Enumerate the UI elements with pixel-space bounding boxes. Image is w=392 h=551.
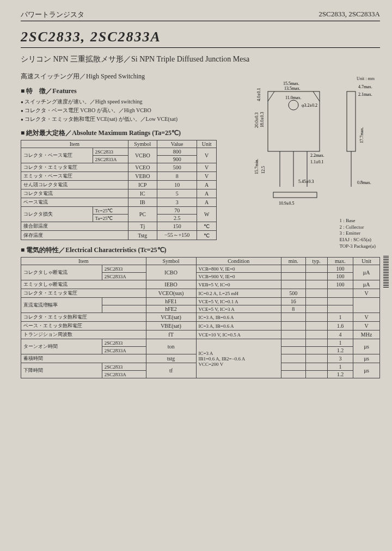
dim-lead-inset: 2.2max. — [310, 153, 324, 158]
table-cell: fT — [146, 330, 196, 339]
table-cell: VEB=5 V, IC=0 — [196, 280, 281, 289]
svg-rect-5 — [347, 91, 356, 151]
table-cell — [305, 339, 327, 347]
table-cell — [305, 354, 327, 363]
table-cell — [305, 330, 327, 339]
table-cell: 下降時間 — [21, 363, 102, 378]
table-cell: hFE2 — [146, 305, 196, 313]
table-cell — [327, 298, 353, 305]
table-cell: 直流電流増幅率 — [21, 298, 102, 313]
table-cell — [281, 273, 305, 280]
table-cell: ℃ — [197, 231, 217, 240]
table-cell: IC=3 A, IB=0.6 A — [196, 322, 281, 330]
electrical-table: Item Symbol Condition min. typ. max. Uni… — [21, 257, 380, 378]
col-symbol: Symbol — [128, 140, 157, 148]
table-cell: VCE(sat) — [146, 313, 196, 322]
table-cell: VCBO — [128, 148, 157, 163]
table-cell: IC=3 A, IB=0.6 A — [196, 313, 281, 322]
table-cell — [305, 289, 327, 298]
dim-side-len: 17.7max. — [359, 127, 364, 143]
table-cell — [305, 313, 327, 322]
table-cell: コレクタしゃ断電流 — [21, 265, 102, 280]
table-cell: PC — [128, 207, 157, 222]
table-cell: 8 — [281, 305, 305, 313]
table-cell: MHz — [353, 330, 380, 339]
table-cell — [281, 280, 305, 289]
table-cell: トランジション周波数 — [21, 330, 146, 339]
col-item: Item — [21, 140, 128, 148]
table-cell — [281, 371, 305, 378]
col-item: Item — [21, 258, 146, 265]
table-cell — [281, 347, 305, 354]
table-cell: Tstg — [128, 231, 157, 240]
table-cell: VCEO — [128, 163, 157, 172]
table-cell: 1 — [327, 313, 353, 322]
table-cell — [305, 347, 327, 354]
table-cell: ton — [146, 339, 196, 354]
table-cell — [305, 305, 327, 313]
table-cell: コレクタ・エミッタ電圧 — [21, 289, 146, 298]
table-cell: 500 — [281, 289, 305, 298]
table-cell: VCB=900 V, IE=0 — [196, 273, 281, 280]
table-cell: 70 — [157, 207, 197, 215]
dim-thick: 0.8max. — [357, 180, 371, 185]
pin-3: 3 : Emitter — [339, 230, 376, 237]
table-cell: 100 — [327, 265, 353, 273]
table-cell: 2SC2833 — [93, 148, 128, 156]
table-cell: IC=0.2 A, L=25 mH — [196, 289, 281, 298]
dim-w-slot: 11.0max. — [285, 95, 301, 100]
table-cell: 1 — [327, 363, 353, 371]
table-cell — [305, 322, 327, 330]
electrical-heading: 電気的特性／Electrical Characteristics (Tc=25℃… — [21, 246, 380, 255]
dim-hole: φ3.2±0.2 — [302, 103, 317, 108]
package-outline-diagram: Unit : mm 15.5max. 13.5max. 11.0max. — [252, 75, 377, 211]
table-cell: コレクタ・エミッタ電圧 — [21, 163, 128, 172]
table-cell: コレクタ損失 — [21, 207, 93, 222]
table-cell: 5 — [157, 189, 197, 198]
table-cell — [305, 298, 327, 305]
barcode-icon — [383, 256, 389, 289]
table-cell: A — [197, 181, 217, 189]
pin-1: 1 : Base — [339, 218, 376, 224]
table-cell — [305, 371, 327, 378]
table-cell: 蓄積時間 — [21, 354, 146, 363]
table-cell: V — [353, 289, 380, 298]
table-cell: µs — [353, 339, 380, 354]
table-cell: 2SC2833A — [102, 347, 146, 354]
col-value: Value — [157, 140, 197, 148]
dim-lead-gap: 12.5 — [261, 166, 266, 174]
table-cell: エミッタ・ベース電圧 — [21, 172, 128, 181]
table-cell — [281, 313, 305, 322]
dim-side-h: 4.7max. — [358, 84, 372, 89]
dim-w-inner: 13.5max. — [284, 86, 301, 91]
table-cell: VCE=5 V, IC=0.1 A — [196, 298, 281, 305]
table-cell: VCB=800 V, IE=0 — [196, 265, 281, 273]
table-cell: µA — [353, 265, 380, 280]
table-cell: 1 — [327, 339, 353, 347]
dim-pitch: 5.45±0.3 — [298, 179, 314, 184]
table-cell: A — [197, 198, 217, 207]
dim-h1: 20.0±0.3 — [254, 113, 259, 128]
table-cell: IC=3 AIB1=0.6 A, IB2=−0.6 AVCC=200 V — [196, 339, 281, 378]
table-cell — [305, 265, 327, 273]
svg-point-1 — [289, 100, 298, 110]
dim-h2: 18.0±0.3 — [260, 112, 265, 127]
table-cell: tstg — [146, 354, 196, 363]
table-cell: コレクタ・エミッタ飽和電圧 — [21, 313, 146, 322]
dim-side-t: 2.1max. — [358, 92, 372, 97]
dim-w-max: 15.5max. — [283, 81, 299, 86]
dim-base-w: 10.9±0.5 — [279, 201, 294, 206]
table-cell: tf — [146, 363, 196, 378]
table-cell — [327, 289, 353, 298]
table-cell: VCE=5 V, IC=3 A — [196, 305, 281, 313]
table-cell — [305, 273, 327, 280]
table-cell: 150 — [157, 222, 197, 231]
table-cell: W — [197, 207, 217, 222]
table-cell: ターンオン時間 — [21, 339, 102, 354]
table-cell: hFE1 — [146, 298, 196, 305]
pkg-code-2: TOP-3 Package(a) — [339, 243, 376, 250]
table-cell — [281, 354, 305, 363]
table-cell: ベース・エミッタ飽和電圧 — [21, 322, 146, 330]
table-cell — [281, 265, 305, 273]
table-cell: 8 — [157, 172, 197, 181]
